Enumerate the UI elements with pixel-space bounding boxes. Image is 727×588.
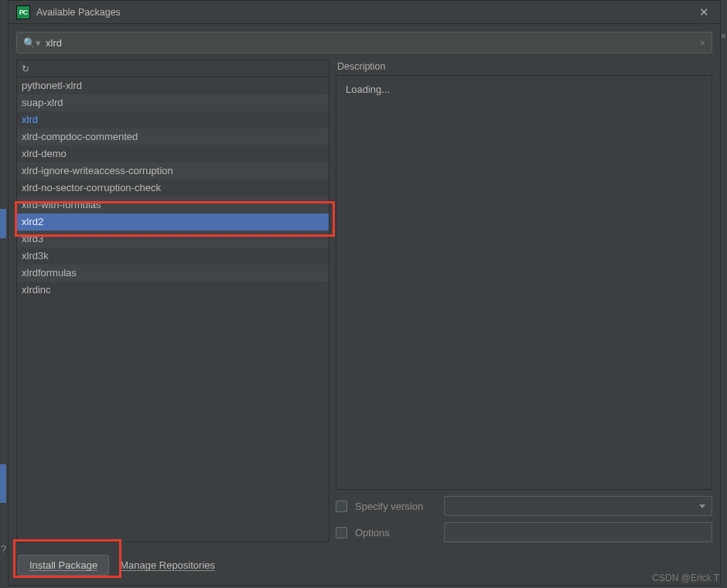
dialog-title: Available Packages: [36, 7, 696, 18]
search-icon: 🔍▾: [23, 37, 41, 49]
install-package-button[interactable]: Install Package: [18, 555, 109, 576]
pycharm-icon: PC: [16, 5, 30, 19]
options-label: Options: [355, 527, 436, 538]
package-item[interactable]: xlrd-ignore-writeaccess-corruption: [17, 162, 329, 179]
search-input[interactable]: [46, 37, 699, 49]
dialog-body: ↻ pythonetl-xlrdsuap-xlrdxlrdxlrd-compdo…: [9, 60, 720, 547]
package-item[interactable]: xlrd-compdoc-commented: [17, 128, 329, 145]
package-item[interactable]: xlrd2: [17, 214, 329, 231]
specify-version-checkbox[interactable]: [336, 501, 347, 512]
close-icon[interactable]: ×: [721, 31, 726, 42]
package-item[interactable]: xlrd3: [17, 231, 329, 248]
toolbar: ↻: [17, 60, 329, 77]
available-packages-dialog: PC Available Packages ✕ 🔍▾ × ↻ pythonetl…: [8, 0, 721, 586]
clear-search-icon[interactable]: ×: [699, 37, 705, 49]
watermark: CSDN @Erick T: [652, 573, 719, 583]
version-select[interactable]: [444, 496, 712, 516]
description-label: Description: [336, 60, 712, 75]
close-button[interactable]: ✕: [696, 4, 712, 21]
specify-version-label: Specify version: [355, 501, 436, 512]
package-list[interactable]: pythonetl-xlrdsuap-xlrdxlrdxlrd-compdoc-…: [17, 77, 329, 542]
description-panel: Description Loading... Specify version O…: [336, 60, 712, 542]
search-row: 🔍▾ ×: [9, 24, 720, 60]
package-item[interactable]: suap-xlrd: [17, 94, 329, 111]
description-box: Loading...: [336, 75, 712, 490]
package-item[interactable]: xlrdformulas: [17, 265, 329, 282]
package-item[interactable]: xlrdinc: [17, 282, 329, 299]
package-item[interactable]: xlrd: [17, 111, 329, 128]
help-icon[interactable]: ?: [1, 543, 6, 555]
titlebar: PC Available Packages ✕: [9, 1, 720, 24]
package-item[interactable]: xlrd-demo: [17, 145, 329, 162]
options-checkbox[interactable]: [336, 527, 347, 538]
package-item[interactable]: pythonetl-xlrd: [17, 77, 329, 94]
options-row: Options: [336, 522, 712, 542]
background-gutter-left: ?: [0, 0, 8, 588]
package-item[interactable]: xlrd-no-sector-corruption-check: [17, 179, 329, 197]
package-item[interactable]: xlrd3k: [17, 248, 329, 265]
package-item[interactable]: xlrd-with-formulas: [17, 197, 329, 214]
footer: Install Package Manage Repositories: [9, 547, 720, 585]
options-input[interactable]: [444, 522, 712, 542]
specify-version-row: Specify version: [336, 496, 712, 516]
manage-repositories-link[interactable]: Manage Repositories: [120, 559, 215, 571]
description-body: Loading...: [346, 84, 702, 95]
background-gutter-right: ×: [721, 0, 727, 588]
search-box[interactable]: 🔍▾ ×: [16, 32, 712, 53]
package-list-panel: ↻ pythonetl-xlrdsuap-xlrdxlrdxlrd-compdo…: [16, 60, 329, 542]
refresh-icon[interactable]: ↻: [22, 63, 29, 74]
